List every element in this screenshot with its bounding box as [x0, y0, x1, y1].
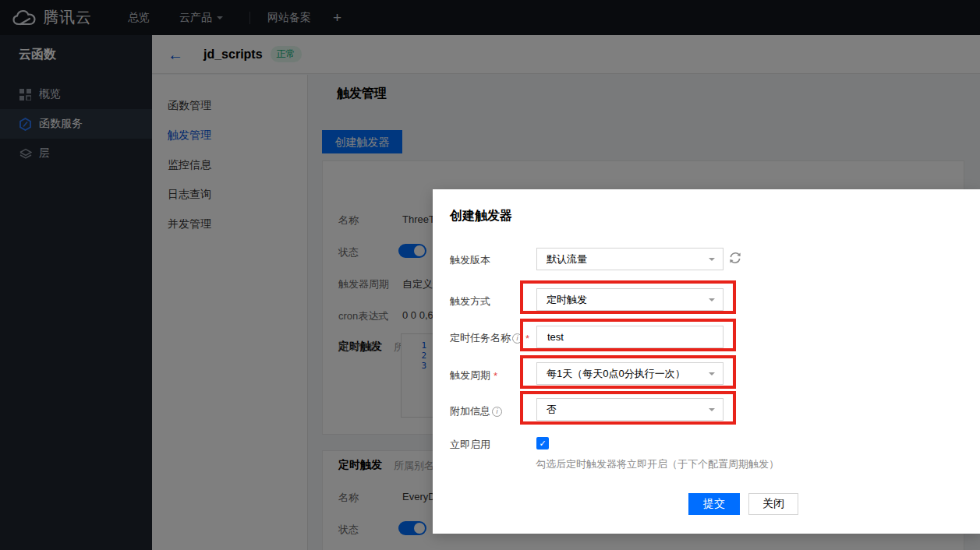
label-trigger-type: 触发方式: [450, 294, 490, 308]
label-trigger-version: 触发版本: [450, 253, 490, 267]
close-button[interactable]: 关闭: [748, 493, 798, 515]
required-asterisk: *: [525, 333, 529, 344]
chevron-down-icon: [709, 408, 715, 414]
refresh-icon[interactable]: [728, 251, 744, 266]
select-trigger-type[interactable]: 定时触发: [536, 288, 724, 311]
label-extra-info: 附加信息i: [450, 404, 502, 418]
chevron-down-icon: [709, 372, 715, 379]
label-enable-now: 立即启用: [450, 438, 490, 452]
select-trigger-period[interactable]: 每1天（每天0点0分执行一次）: [536, 362, 724, 385]
label-trigger-period: 触发周期*: [450, 368, 497, 383]
submit-button[interactable]: 提交: [688, 493, 740, 515]
select-trigger-version[interactable]: 默认流量: [536, 248, 724, 270]
label-task-name: 定时任务名称i*: [450, 331, 529, 345]
select-extra-info[interactable]: 否: [536, 398, 724, 421]
enable-now-hint: 勾选后定时触发器将立即开启（于下个配置周期触发）: [536, 457, 779, 471]
chevron-down-icon: [709, 298, 715, 305]
info-icon: i: [512, 333, 522, 344]
task-name-input[interactable]: [536, 326, 724, 348]
chevron-down-icon: [709, 258, 715, 264]
screen: 腾讯云 总览 云产品 网站备案 + 云函数 概览 函数服务: [0, 0, 980, 550]
required-asterisk: *: [494, 370, 497, 382]
info-icon: i: [492, 407, 502, 417]
enable-now-checkbox[interactable]: [536, 437, 549, 450]
create-trigger-modal: 创建触发器 触发版本 默认流量 触发方式 定时触发 定时任务名称i* 触发周期*…: [433, 189, 980, 534]
modal-title: 创建触发器: [450, 208, 512, 224]
